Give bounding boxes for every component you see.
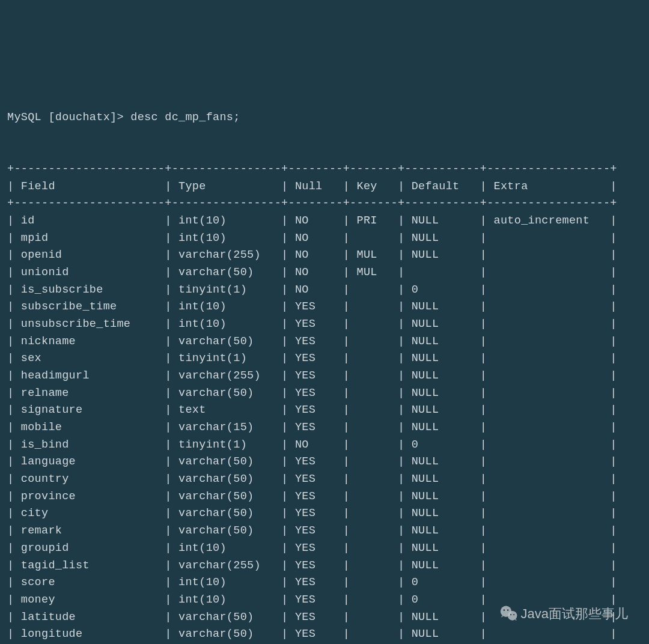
watermark-text: Java面试那些事儿: [521, 604, 628, 624]
sql-prompt-line: MySQL [douchatx]> desc dc_mp_fans;: [7, 109, 642, 127]
svg-point-2: [503, 609, 505, 611]
svg-point-4: [510, 614, 511, 615]
svg-point-3: [507, 609, 508, 611]
svg-point-5: [513, 614, 514, 615]
table-output: +----------------------+----------------…: [7, 161, 642, 644]
terminal-output: MySQL [douchatx]> desc dc_mp_fans; +----…: [7, 75, 642, 644]
svg-point-1: [507, 611, 517, 621]
wechat-watermark: Java面试那些事儿: [499, 604, 628, 624]
wechat-icon: [499, 604, 519, 624]
